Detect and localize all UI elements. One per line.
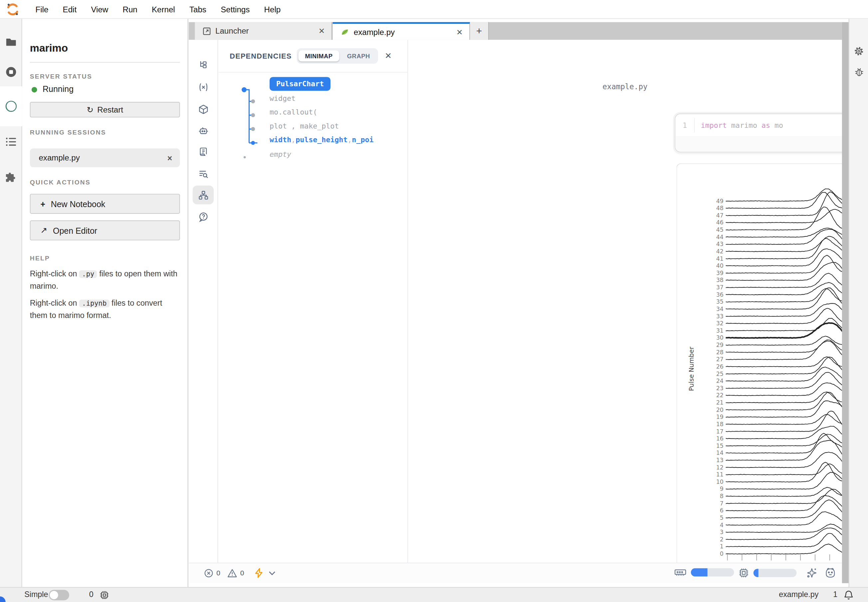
packages-panel-icon[interactable] (193, 100, 214, 118)
outline-search-panel-icon[interactable] (193, 164, 214, 183)
svg-text:41: 41 (716, 255, 724, 262)
file-explorer-panel-icon[interactable] (193, 55, 214, 74)
divider (30, 62, 180, 63)
svg-text:37: 37 (716, 284, 724, 291)
menu-edit[interactable]: Edit (63, 5, 77, 14)
gear-icon (854, 46, 864, 56)
graph-toggle[interactable]: GRAPH (340, 50, 377, 61)
dependencies-panel-icon[interactable] (193, 186, 214, 204)
svg-text:15: 15 (716, 442, 724, 449)
setup-cell[interactable]: 1 import marimo as mo setup cell ? (675, 114, 842, 152)
close-session-icon[interactable]: × (167, 153, 172, 163)
svg-text:9: 9 (720, 485, 724, 492)
view-mode-toggle: MINIMAP GRAPH (297, 48, 379, 64)
help-heading: HELP (30, 255, 50, 261)
ai-sparkle-button[interactable] (806, 567, 818, 579)
dependency-node[interactable]: widget (270, 91, 296, 104)
help-panel-icon[interactable] (193, 207, 214, 226)
svg-text:28: 28 (716, 349, 724, 356)
bug-icon (854, 67, 864, 77)
right-activity-bar (849, 19, 868, 587)
simple-mode-toggle[interactable] (49, 590, 69, 600)
close-tab-icon[interactable]: ✕ (319, 27, 325, 35)
simple-mode-label: Simple (24, 590, 48, 599)
open-editor-button[interactable]: ↗ Open Editor (30, 220, 180, 240)
svg-text:45: 45 (716, 226, 724, 233)
cpu-usage (739, 568, 797, 578)
svg-text:3: 3 (720, 529, 724, 535)
menu-settings[interactable]: Settings (221, 5, 250, 14)
menu-tabs[interactable]: Tabs (189, 5, 206, 14)
chat-assistant-button[interactable] (824, 567, 837, 579)
svg-text:18: 18 (716, 421, 724, 427)
svg-text:43: 43 (716, 241, 724, 247)
svg-text:21: 21 (716, 399, 724, 406)
menu-help[interactable]: Help (264, 5, 281, 14)
dependency-node[interactable]: plot , make_plot (270, 119, 339, 132)
menu-kernel[interactable]: Kernel (152, 5, 175, 14)
ram-icon (674, 568, 687, 577)
notebook-title: example.py (408, 82, 842, 91)
running-sessions-icon[interactable] (0, 60, 21, 84)
lightning-icon (254, 568, 263, 578)
property-inspector-icon[interactable] (849, 40, 868, 62)
cpu-progress-fill (753, 569, 759, 577)
minimap-toggle[interactable]: MINIMAP (299, 50, 339, 61)
svg-text:26: 26 (716, 363, 724, 370)
tab-label: example.py (354, 27, 456, 36)
svg-text:12: 12 (716, 464, 724, 471)
dependency-node[interactable]: width , pulse_height , n_poi (270, 133, 373, 146)
extensions-icon[interactable] (0, 165, 21, 189)
tab-example-py[interactable]: example.py ✕ (333, 22, 470, 40)
memory-progress-fill (691, 568, 707, 577)
dependency-node[interactable]: PulsarChart (270, 77, 330, 91)
bell-icon[interactable] (844, 590, 854, 600)
svg-text:36: 36 (716, 291, 724, 298)
svg-text:6: 6 (720, 507, 724, 514)
tab-launcher[interactable]: Launcher ✕ (195, 22, 332, 40)
menu-file[interactable]: File (35, 5, 48, 14)
ai-assistant-panel-icon[interactable] (193, 121, 214, 140)
new-notebook-button[interactable]: + New Notebook (30, 194, 180, 214)
marimo-panel-icon[interactable] (0, 94, 21, 118)
status-dot-icon (32, 87, 37, 92)
sidebar-title: marimo (30, 42, 68, 54)
quick-actions-heading: QUICK ACTIONS (30, 179, 90, 186)
logs-panel-icon[interactable] (193, 142, 214, 161)
file-browser-icon[interactable] (0, 30, 21, 54)
debugger-icon[interactable] (849, 61, 868, 83)
table-of-contents-icon[interactable] (0, 129, 21, 154)
close-tab-icon[interactable]: ✕ (456, 27, 463, 36)
svg-text:8: 8 (720, 493, 724, 499)
new-tab-button[interactable]: + (470, 22, 489, 40)
run-mode-indicator[interactable] (254, 568, 276, 578)
svg-text:30: 30 (716, 334, 724, 341)
dependency-tree: PulsarChartwidgetmo.callout(plot , make_… (219, 73, 408, 217)
menu-view[interactable]: View (91, 5, 108, 14)
helper-panel-strip (189, 40, 218, 563)
dependency-node[interactable]: mo.callout( (270, 105, 317, 118)
variables-panel-icon[interactable] (193, 78, 214, 97)
marimo-leaf-icon (340, 27, 350, 36)
svg-text:31: 31 (716, 327, 724, 334)
svg-text:10: 10 (716, 479, 724, 485)
error-indicator[interactable]: 0 (204, 568, 220, 578)
kernel-chip-icon[interactable] (100, 590, 109, 600)
restart-button[interactable]: ↻ Restart (30, 102, 180, 118)
svg-text:44: 44 (716, 234, 724, 240)
close-panel-icon[interactable]: ✕ (385, 51, 392, 61)
dock-divider[interactable] (842, 22, 849, 584)
help-paragraph-py: Right-click on .py files to open them wi… (30, 268, 180, 292)
code-editor-row[interactable]: 1 import marimo as mo (675, 114, 842, 137)
example-py-document: DEPENDENCIES MINIMAP GRAPH ✕ (189, 40, 842, 584)
dependency-node[interactable]: empty (270, 147, 291, 160)
svg-text:22: 22 (716, 392, 724, 399)
cpu-icon (739, 568, 749, 578)
svg-text:42: 42 (716, 248, 724, 255)
statusbar-current-file[interactable]: example.py (779, 590, 818, 599)
menu-bar: File Edit View Run Kernel Tabs Settings … (0, 0, 868, 19)
warning-indicator[interactable]: 0 (227, 568, 244, 578)
svg-text:11: 11 (716, 471, 724, 478)
session-item[interactable]: example.py × (30, 149, 180, 167)
menu-run[interactable]: Run (123, 5, 137, 14)
